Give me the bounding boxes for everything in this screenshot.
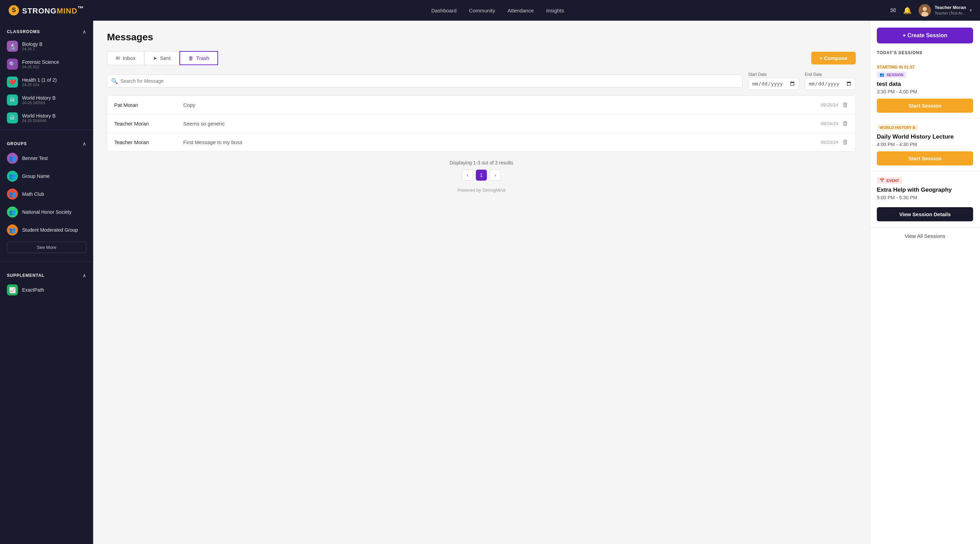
create-session-button[interactable]: + Create Session <box>877 28 973 43</box>
sent-label: Sent <box>160 55 171 61</box>
top-navigation: S STRONGMIND™ Dashboard Community Attend… <box>0 0 980 21</box>
health-sub: 24-25 024 <box>22 83 57 87</box>
pagination-prev[interactable]: ‹ <box>462 170 473 181</box>
sidebar-item-math-club[interactable]: 👥 Math Club <box>0 185 93 203</box>
sidebar: CLASSROOMS ∧ 🔬 Biology B 24-25 1 🔍 Foren… <box>0 21 93 544</box>
sidebar-item-national-honor-society[interactable]: 👥 National Honor Society <box>0 203 93 221</box>
tab-sent[interactable]: ➤ Sent <box>144 51 180 65</box>
tab-inbox[interactable]: ✉ Inbox <box>107 51 144 65</box>
start-date-input[interactable] <box>748 78 799 90</box>
row-subject-1: Seems so generic <box>183 121 821 127</box>
row-subject-0: Copy <box>183 102 821 108</box>
table-row[interactable]: Teacher Moran Seems so generic 09/24/24 … <box>107 114 856 133</box>
pagination-page-1[interactable]: 1 <box>476 170 487 181</box>
user-menu[interactable]: Teacher Moran Teacher (Test Ac... ▾ <box>919 4 972 17</box>
tab-right: + Compose <box>811 52 856 65</box>
session-time-2: 5:00 PM - 5:30 PM <box>877 195 973 200</box>
nav-dashboard[interactable]: Dashboard <box>431 8 457 13</box>
table-row[interactable]: Pat Moran Copy 09/25/24 🗑 <box>107 96 856 114</box>
sidebar-item-health[interactable]: ❤️ Health 1 (1 of 2) 24-25 024 <box>0 73 93 91</box>
user-name: Teacher Moran <box>934 5 966 11</box>
classrooms-divider <box>0 130 93 130</box>
search-icon: 🔍 <box>111 78 118 84</box>
national-honor-society-icon: 👥 <box>7 206 18 217</box>
user-chevron-icon: ▾ <box>970 8 972 13</box>
main-layout: CLASSROOMS ∧ 🔬 Biology B 24-25 1 🔍 Foren… <box>0 21 980 544</box>
view-all-sessions-button[interactable]: View All Sessions <box>870 227 980 244</box>
compose-button[interactable]: + Compose <box>811 52 856 65</box>
row-sender-2: Teacher Moran <box>114 139 183 145</box>
view-session-details-button[interactable]: View Session Details <box>877 207 973 221</box>
pagination-next[interactable]: › <box>490 170 501 181</box>
session-tag-icon-0: 👥 <box>880 72 885 77</box>
event-tag-icon-2: 📅 <box>880 178 885 183</box>
session-title-0: test data <box>877 81 973 87</box>
math-club-icon: 👥 <box>7 189 18 200</box>
pagination-controls: ‹ 1 › <box>462 170 501 181</box>
row-delete-0[interactable]: 🗑 <box>842 102 848 109</box>
group-name-icon: 👥 <box>7 171 18 182</box>
session-time-1: 4:00 PM - 4:30 PM <box>877 142 973 147</box>
health-name: Health 1 (1 of 2) <box>22 77 57 83</box>
bell-icon[interactable]: 🔔 <box>903 6 912 14</box>
classrooms-collapse-icon[interactable]: ∧ <box>83 29 86 35</box>
sent-icon: ➤ <box>153 55 158 61</box>
logo-icon: S <box>8 5 19 16</box>
trash-label: Trash <box>196 55 210 61</box>
messages-area: Messages ✉ Inbox ➤ Sent 🗑 Trash + Compos… <box>93 21 870 544</box>
logo[interactable]: S STRONGMIND™ <box>8 5 84 16</box>
end-date-label: End Date <box>805 72 856 77</box>
search-input[interactable] <box>107 75 743 87</box>
row-delete-2[interactable]: 🗑 <box>842 139 848 146</box>
sidebar-item-world-history-b-1[interactable]: 🏛 World History B 24-25 242501 <box>0 91 93 109</box>
world-history-b2-sub: 24-25 DS6545 <box>22 119 56 123</box>
start-date-field: Start Date <box>748 72 799 90</box>
session-tag-label-1: WORLD HISTORY B <box>880 125 915 130</box>
nav-links: Dashboard Community Attendance Insights <box>105 8 891 13</box>
see-more-button[interactable]: See More <box>7 242 86 253</box>
groups-collapse-icon[interactable]: ∧ <box>83 141 86 146</box>
world-history-b2-name: World History B <box>22 113 56 119</box>
nav-community[interactable]: Community <box>469 8 495 13</box>
nav-attendance[interactable]: Attendance <box>508 8 534 13</box>
sidebar-item-biology-b[interactable]: 🔬 Biology B 24-25 1 <box>0 37 93 55</box>
search-row: 🔍 Start Date End Date <box>107 72 856 90</box>
end-date-field: End Date <box>805 72 856 90</box>
inbox-label: Inbox <box>123 55 135 61</box>
svg-text:S: S <box>12 6 16 13</box>
session-tag-label-2: EVENT <box>886 179 899 183</box>
table-row[interactable]: Teacher Moran First Message to my boss 0… <box>107 133 856 151</box>
supplemental-header: SUPPLEMENTAL ∧ <box>0 270 93 281</box>
sidebar-item-student-moderated-group[interactable]: 👥 Student Moderated Group <box>0 221 93 239</box>
tab-trash[interactable]: 🗑 Trash <box>180 51 218 65</box>
forensic-science-name: Forensic Science <box>22 59 59 65</box>
sidebar-item-world-history-b-2[interactable]: 🏛 World History B 24-25 DS6545 <box>0 109 93 127</box>
supplemental-label: SUPPLEMENTAL <box>7 273 45 278</box>
forensic-science-sub: 24-25 012 <box>22 65 59 69</box>
world-history-b1-sub: 24-25 242501 <box>22 101 56 105</box>
student-moderated-group-icon: 👥 <box>7 224 18 235</box>
start-session-button-1[interactable]: Start Session <box>877 151 973 165</box>
session-tag-label-0: SESSION <box>886 73 904 77</box>
sidebar-item-forensic-science[interactable]: 🔍 Forensic Science 24-25 012 <box>0 55 93 73</box>
start-session-button-0[interactable]: Start Session <box>877 98 973 113</box>
page-title: Messages <box>107 32 856 43</box>
row-date-2: 09/23/24 <box>821 140 838 145</box>
sidebar-item-benner-test[interactable]: 👥 Benner Test <box>0 149 93 167</box>
student-moderated-group-name: Student Moderated Group <box>22 227 78 233</box>
mail-icon[interactable]: ✉ <box>890 6 896 14</box>
session-tag-2: 📅 EVENT <box>877 177 902 184</box>
biology-b-icon: 🔬 <box>7 41 18 52</box>
sidebar-item-group-name[interactable]: 👥 Group Name <box>0 167 93 185</box>
nav-insights[interactable]: Insights <box>546 8 564 13</box>
exactpath-name: ExactPath <box>22 287 44 293</box>
sidebar-item-exactpath[interactable]: 📈 ExactPath <box>0 281 93 299</box>
row-delete-1[interactable]: 🗑 <box>842 120 848 127</box>
session-title-2: Extra Help with Geography <box>877 187 973 193</box>
supplemental-collapse-icon[interactable]: ∧ <box>83 273 86 278</box>
groups-header: GROUPS ∧ <box>0 138 93 149</box>
right-panel: + Create Session TODAY'S SESSIONS STARTI… <box>870 21 980 544</box>
end-date-input[interactable] <box>805 78 856 90</box>
todays-sessions-label: TODAY'S SESSIONS <box>870 50 980 59</box>
svg-point-3 <box>923 7 927 11</box>
